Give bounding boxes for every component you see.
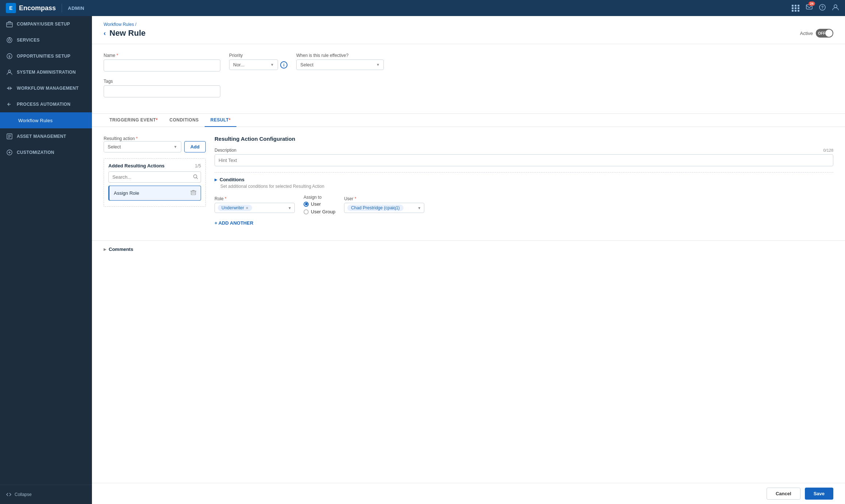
add-button[interactable]: Add	[184, 141, 206, 152]
search-input[interactable]	[108, 171, 201, 183]
add-another-button[interactable]: + ADD ANOTHER	[215, 220, 253, 226]
resulting-action-value: Select	[108, 144, 121, 150]
name-group: Name *	[104, 53, 220, 71]
search-icon[interactable]	[193, 174, 198, 180]
sidebar: COMPANY/USER SETUP SERVICES $ OPPORTUNIT…	[0, 16, 92, 504]
form-row-1: Name * Priority Nor... ▼ i	[104, 53, 833, 71]
form-area: Name * Priority Nor... ▼ i	[92, 44, 845, 113]
tabs: TRIGGERING EVENT* CONDITIONS RESULT*	[92, 114, 845, 127]
services-icon	[6, 36, 13, 44]
conditions-header[interactable]: ▶ Conditions	[215, 177, 833, 182]
toggle-knob	[825, 30, 833, 37]
toggle-text: OFF	[818, 31, 825, 35]
tab-conditions[interactable]: CONDITIONS	[164, 114, 205, 127]
name-input[interactable]	[104, 59, 220, 71]
desc-divider	[215, 172, 833, 172]
tab-result[interactable]: RESULT*	[205, 114, 236, 127]
sidebar-collapse[interactable]: Collapse	[0, 488, 92, 501]
sidebar-item-customization[interactable]: CUSTOMIZATION	[0, 144, 92, 160]
priority-group: Priority Nor... ▼ i	[229, 53, 288, 71]
sidebar-item-process-automation[interactable]: PROCESS AUTOMATION	[0, 96, 92, 112]
right-panel-title: Resulting Action Configuration	[215, 136, 833, 142]
svg-point-11	[8, 70, 11, 72]
breadcrumb[interactable]: Workflow Rules /	[104, 22, 833, 27]
sidebar-item-opportunities-setup[interactable]: $ OPPORTUNITIES SETUP	[0, 48, 92, 64]
radio-usergroup-btn[interactable]	[304, 209, 309, 214]
nav-right: 26 ?	[792, 4, 839, 12]
radio-user[interactable]: User	[304, 201, 335, 207]
role-tag-remove[interactable]: ✕	[246, 206, 248, 210]
role-select-arrow-icon: ▼	[288, 206, 292, 210]
svg-text:?: ?	[821, 5, 824, 9]
user-field-label: User *	[344, 196, 424, 201]
assign-to-field-group: Assign to User User	[304, 195, 335, 214]
sidebar-item-services[interactable]: SERVICES	[0, 32, 92, 48]
action-item[interactable]: Assign Role	[108, 186, 201, 201]
role-select[interactable]: Underwriter ✕ ▼	[215, 203, 295, 213]
sidebar-item-company-user-setup[interactable]: COMPANY/USER SETUP	[0, 16, 92, 32]
workflow-rules-icon	[7, 117, 15, 124]
sidebar-item-workflow-management[interactable]: WORKFLOW MANAGEMENT	[0, 80, 92, 96]
apps-grid-icon[interactable]	[792, 5, 800, 12]
page-title-row: ‹ New Rule Active OFF	[104, 28, 833, 44]
active-toggle[interactable]: Active OFF	[800, 29, 833, 38]
sidebar-label: OPPORTUNITIES SETUP	[17, 54, 70, 59]
sidebar-label: PROCESS AUTOMATION	[17, 102, 70, 107]
description-row: Description 0/128	[215, 148, 833, 166]
tags-label: Tags	[104, 79, 220, 84]
description-label: Description	[215, 148, 236, 153]
svg-text:$: $	[8, 55, 10, 58]
user-tag: Chad Prestridge (cpaiq1)	[347, 205, 403, 211]
app-logo[interactable]: E Encompass	[6, 3, 56, 13]
result-tab-content: Resulting action * Select ▼ Add Added Re…	[92, 127, 845, 240]
logo-icon: E	[6, 3, 16, 13]
effective-arrow: ▼	[376, 63, 380, 67]
radio-usergroup-label: User Group	[311, 209, 335, 214]
save-button[interactable]: Save	[805, 488, 833, 500]
radio-user-btn[interactable]	[304, 202, 309, 207]
priority-info-icon[interactable]: i	[280, 61, 288, 69]
app-name: Encompass	[19, 4, 56, 12]
action-delete-icon[interactable]	[190, 190, 196, 197]
sidebar-label: COMPANY/USER SETUP	[17, 22, 70, 27]
user-select-arrow-icon: ▼	[417, 206, 421, 210]
opportunities-icon: $	[6, 53, 13, 60]
help-icon[interactable]: ?	[819, 4, 826, 12]
cancel-button[interactable]: Cancel	[767, 488, 800, 500]
user-icon[interactable]	[832, 4, 839, 12]
svg-point-17	[194, 175, 197, 178]
priority-label: Priority	[229, 53, 288, 58]
added-actions-container: Added Resulting Actions 1/5 Assign Role	[104, 158, 206, 207]
role-tag: Underwriter ✕	[218, 205, 252, 211]
form-row-2: Tags	[104, 79, 833, 97]
tab-triggering-event[interactable]: TRIGGERING EVENT*	[104, 114, 164, 127]
added-actions-title: Added Resulting Actions	[108, 163, 165, 168]
effective-select[interactable]: Select ▼	[296, 59, 384, 70]
toggle-switch[interactable]: OFF	[816, 29, 833, 38]
priority-select[interactable]: Nor... ▼	[229, 59, 278, 70]
radio-user-group[interactable]: User Group	[304, 209, 335, 214]
conditions-title: Conditions	[220, 177, 244, 182]
sidebar-item-asset-management[interactable]: ASSET MANAGEMENT	[0, 128, 92, 144]
user-select[interactable]: Chad Prestridge (cpaiq1) ▼	[344, 203, 424, 213]
comments-section: ▶ Comments	[92, 240, 845, 258]
notification-icon[interactable]: 26	[806, 4, 813, 12]
process-automation-icon	[6, 101, 13, 108]
asset-mgmt-icon	[6, 133, 13, 140]
sidebar-label: Workflow Rules	[18, 118, 53, 123]
sidebar-item-workflow-rules[interactable]: Workflow Rules	[0, 112, 92, 128]
assign-to-label: Assign to	[304, 195, 335, 200]
collapse-label: Collapse	[15, 492, 32, 497]
priority-value: Nor...	[233, 62, 244, 67]
sidebar-item-system-administration[interactable]: SYSTEM ADMINISTRATION	[0, 64, 92, 80]
sidebar-label: WORKFLOW MANAGEMENT	[17, 86, 79, 91]
sidebar-label: CUSTOMIZATION	[17, 150, 54, 155]
comments-header[interactable]: ▶ Comments	[104, 247, 833, 252]
back-button[interactable]: ‹	[104, 30, 106, 37]
conditions-subtitle: Set additional conditions for selected R…	[220, 184, 833, 189]
description-input[interactable]	[215, 154, 833, 166]
resulting-action-select[interactable]: Select ▼	[104, 141, 181, 152]
svg-point-3	[834, 5, 837, 8]
comments-title: Comments	[109, 247, 133, 252]
tags-input[interactable]	[104, 85, 220, 97]
